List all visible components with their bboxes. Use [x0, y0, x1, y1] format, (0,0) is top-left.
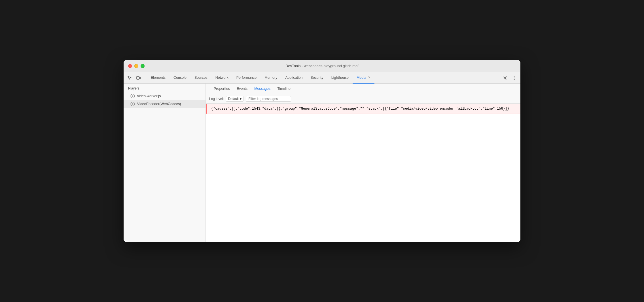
svg-point-3	[514, 76, 515, 76]
panel-tab-bar: Properties Events Messages Timeline	[206, 84, 520, 94]
main-panel: Properties Events Messages Timeline Log …	[206, 84, 520, 242]
svg-point-5	[514, 79, 515, 80]
tab-lighthouse[interactable]: Lighthouse	[327, 72, 353, 84]
panel-content: {"causes":[],"code":1543,"data":{},"grou…	[206, 104, 520, 242]
close-button[interactable]	[128, 64, 132, 68]
device-toggle-icon[interactable]	[135, 74, 142, 82]
tab-performance[interactable]: Performance	[232, 72, 261, 84]
tab-console[interactable]: Console	[170, 72, 190, 84]
svg-point-4	[514, 77, 515, 78]
dropdown-arrow-icon: ▾	[240, 97, 242, 101]
settings-button[interactable]	[501, 74, 509, 82]
panel-tab-properties[interactable]: Properties	[210, 84, 233, 94]
sidebar-item-video-worker[interactable]: video-worker.js	[124, 92, 206, 100]
tab-media[interactable]: Media ✕	[353, 72, 374, 84]
maximize-button[interactable]	[141, 64, 145, 68]
devtools-window: DevTools - webcodecs-playground.glitch.m…	[124, 60, 520, 242]
play-icon	[130, 94, 135, 98]
minimize-button[interactable]	[134, 64, 138, 68]
more-options-button[interactable]	[510, 74, 518, 82]
devtools-body: Players video-worker.js VideoEn	[124, 84, 520, 242]
panel-tab-events[interactable]: Events	[233, 84, 251, 94]
traffic-lights	[128, 64, 145, 68]
filter-input[interactable]	[246, 96, 291, 102]
panel-tab-timeline[interactable]: Timeline	[274, 84, 294, 94]
tab-network[interactable]: Network	[211, 72, 232, 84]
toolbar-icons	[126, 74, 142, 82]
window-title: DevTools - webcodecs-playground.glitch.m…	[285, 64, 359, 68]
svg-marker-7	[132, 95, 134, 97]
panel-toolbar: Log level: Default ▾	[206, 94, 520, 104]
svg-rect-0	[137, 76, 139, 79]
tab-elements[interactable]: Elements	[147, 72, 170, 84]
tab-close-icon[interactable]: ✕	[368, 76, 370, 79]
devtools-tab-bar: Elements Console Sources Network Perform…	[124, 72, 520, 84]
log-level-select[interactable]: Default ▾	[226, 96, 243, 102]
play-icon-2	[130, 102, 135, 106]
svg-point-2	[505, 77, 506, 78]
title-bar: DevTools - webcodecs-playground.glitch.m…	[124, 60, 520, 72]
tab-actions	[501, 74, 518, 82]
sidebar-item-video-encoder[interactable]: VideoEncoder(WebCodecs)	[124, 100, 206, 108]
tab-security[interactable]: Security	[307, 72, 327, 84]
log-entry: {"causes":[],"code":1543,"data":{},"grou…	[206, 104, 520, 114]
log-level-label: Log level:	[209, 97, 224, 101]
svg-marker-9	[132, 103, 134, 105]
sidebar: Players video-worker.js VideoEn	[124, 84, 206, 242]
sidebar-header: Players	[124, 84, 206, 92]
tab-application[interactable]: Application	[281, 72, 306, 84]
tab-memory[interactable]: Memory	[260, 72, 281, 84]
panel-tab-messages[interactable]: Messages	[251, 84, 274, 94]
inspect-icon[interactable]	[126, 74, 133, 82]
tab-sources[interactable]: Sources	[190, 72, 211, 84]
svg-rect-1	[139, 77, 141, 79]
